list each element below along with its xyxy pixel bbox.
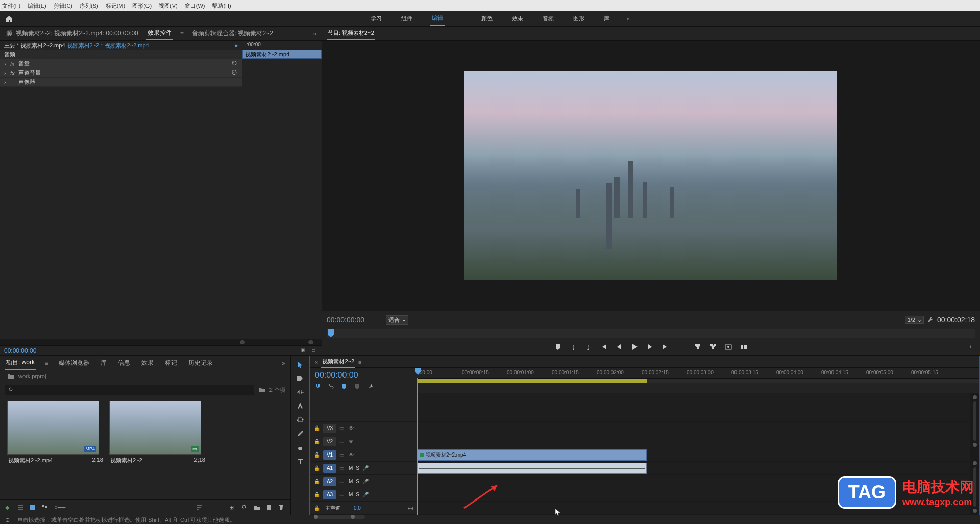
- tabs-overflow-icon[interactable]: »: [313, 30, 316, 37]
- timeline-ruler[interactable]: :00:00 00:00:00:15 00:00:01:00 00:00:01:…: [417, 368, 979, 379]
- home-icon[interactable]: [0, 11, 18, 27]
- lock-icon[interactable]: 🔒: [314, 492, 320, 498]
- track-header-a3[interactable]: 🔒 A3 ▭ M S 🎤: [310, 488, 417, 502]
- wrench-icon[interactable]: [927, 316, 934, 323]
- workspace-effects[interactable]: 效果: [510, 12, 525, 26]
- program-timecode-out[interactable]: 00:00:02:18: [937, 316, 975, 324]
- collapse-icon[interactable]: ▸◂: [408, 505, 413, 511]
- comparison-view-icon[interactable]: [740, 343, 748, 351]
- workspace-menu-icon[interactable]: ≡: [460, 16, 463, 22]
- tab-menu-icon[interactable]: ≡: [378, 31, 381, 37]
- voice-over-icon[interactable]: 🎤: [362, 492, 369, 498]
- expand-icon[interactable]: ›: [4, 79, 10, 85]
- list-view-icon[interactable]: [17, 504, 24, 511]
- fx-row-channel-volume[interactable]: › fx 声道音量: [0, 68, 242, 78]
- track-header-a1[interactable]: 🔒 A1 ▭ M S 🎤: [310, 462, 417, 475]
- clip-thumbnail[interactable]: MP4: [7, 401, 99, 455]
- track-label[interactable]: V1: [323, 450, 336, 460]
- bin-item[interactable]: ▭ 视频素材2~22;18: [109, 401, 206, 466]
- sequence-thumbnail[interactable]: ▭: [109, 401, 201, 455]
- program-ruler[interactable]: [327, 329, 975, 338]
- razor-tool-icon[interactable]: [296, 401, 305, 411]
- menu-edit[interactable]: 编辑(E): [28, 2, 46, 10]
- fx-row-panner[interactable]: › 声像器: [0, 78, 242, 87]
- fx-mini-clip[interactable]: 视频素材2~2.mp4: [242, 50, 322, 59]
- toggle-output-icon[interactable]: 👁: [349, 439, 355, 445]
- snap-icon[interactable]: [315, 383, 322, 390]
- solo-button[interactable]: S: [356, 465, 359, 471]
- video-clip[interactable]: 视频素材2~2.mp4: [417, 449, 647, 461]
- voice-over-icon[interactable]: 🎤: [362, 479, 369, 485]
- tab-effects-panel[interactable]: 效果: [140, 356, 155, 369]
- menu-clip[interactable]: 剪辑(C): [54, 2, 72, 10]
- playhead-line[interactable]: [417, 378, 418, 515]
- tab-libraries[interactable]: 库: [100, 356, 108, 369]
- mute-button[interactable]: M: [349, 492, 353, 497]
- tab-markers[interactable]: 标记: [164, 356, 178, 369]
- menu-graphics[interactable]: 图形(G): [132, 2, 152, 10]
- program-viewport[interactable]: [322, 41, 980, 311]
- type-tool-icon[interactable]: [296, 457, 305, 466]
- program-timecode-in[interactable]: 00:00:00:00: [327, 316, 383, 324]
- tab-media-browser[interactable]: 媒体浏览器: [58, 356, 90, 369]
- track-label[interactable]: A2: [323, 477, 336, 486]
- tab-menu-icon[interactable]: ≡: [180, 30, 184, 37]
- workspace-assembly[interactable]: 组件: [399, 12, 414, 26]
- lock-icon[interactable]: 🔒: [314, 465, 320, 471]
- track-header-v1[interactable]: 🔒 V1 ▭ 👁: [310, 448, 417, 462]
- menu-sequence[interactable]: 序列(S): [80, 2, 99, 10]
- track-header-v3[interactable]: 🔒 V3 ▭ 👁: [310, 422, 417, 435]
- workspace-library[interactable]: 库: [602, 12, 611, 26]
- extract-icon[interactable]: [709, 343, 717, 351]
- toggle-sync-icon[interactable]: ▭: [339, 479, 346, 485]
- lift-icon[interactable]: [694, 343, 702, 351]
- project-search-input[interactable]: [5, 385, 254, 395]
- add-marker-icon[interactable]: [554, 343, 562, 351]
- toggle-output-icon[interactable]: 👁: [349, 452, 355, 458]
- selection-tool-icon[interactable]: [296, 360, 305, 369]
- workspace-graphics[interactable]: 图形: [571, 12, 586, 26]
- fx-timecode[interactable]: 00:00:00:00: [4, 347, 36, 354]
- tabs-overflow-icon[interactable]: »: [282, 360, 285, 367]
- delete-icon[interactable]: [278, 504, 285, 511]
- solo-button[interactable]: S: [356, 479, 359, 484]
- lock-icon[interactable]: 🔒: [314, 452, 320, 458]
- track-row-v1[interactable]: 视频素材2~2.mp4: [417, 448, 970, 462]
- zoom-slider[interactable]: ○──: [54, 504, 61, 511]
- track-select-tool-icon[interactable]: [296, 374, 305, 383]
- sequence-tab[interactable]: 视频素材2~2: [321, 355, 355, 368]
- toggle-sync-icon[interactable]: ▭: [339, 492, 346, 498]
- fx-row-volume[interactable]: › fx 音量: [0, 59, 242, 68]
- toggle-output-icon[interactable]: 👁: [349, 425, 355, 432]
- workspace-edit[interactable]: 编辑: [430, 11, 445, 26]
- tab-history[interactable]: 历史记录: [187, 356, 214, 369]
- fx-master-header[interactable]: 主要 * 视频素材2~2.mp4 视频素材2~2 * 视频素材2~2.mp4 ▸: [0, 41, 242, 50]
- fx-scrollbar[interactable]: [0, 339, 322, 345]
- loop-icon[interactable]: [310, 347, 317, 354]
- slip-tool-icon[interactable]: [296, 415, 305, 424]
- new-item-icon[interactable]: [266, 504, 273, 511]
- track-header-a2[interactable]: 🔒 A2 ▭ M S 🎤: [310, 475, 417, 488]
- write-lock-icon[interactable]: ◆: [5, 504, 12, 511]
- tab-effect-controls[interactable]: 效果控件: [146, 27, 173, 40]
- project-bins[interactable]: MP4 视频素材2~2.mp42;18 ▭ 视频素材2~22;18: [0, 397, 290, 499]
- new-bin-icon[interactable]: [254, 504, 261, 511]
- play-icon[interactable]: [630, 343, 639, 351]
- hand-tool-icon[interactable]: [296, 443, 305, 452]
- track-label[interactable]: A1: [323, 464, 336, 473]
- track-header-v2[interactable]: 🔒 V2 ▭ 👁: [310, 435, 417, 448]
- fx-mini-timeline[interactable]: :00:00 视频素材2~2.mp4: [242, 41, 322, 339]
- workspace-learn[interactable]: 学习: [369, 12, 384, 26]
- expand-icon[interactable]: ›: [4, 70, 10, 76]
- timeline-timecode[interactable]: 00:00:00:00: [315, 371, 412, 380]
- tab-project[interactable]: 项目: work: [5, 356, 36, 370]
- pen-tool-icon[interactable]: [296, 429, 305, 438]
- step-forward-icon[interactable]: [646, 343, 654, 351]
- toggle-sync-icon[interactable]: ▭: [339, 465, 346, 471]
- toggle-sync-icon[interactable]: ▭: [339, 452, 346, 458]
- linked-selection-icon[interactable]: [328, 383, 335, 390]
- export-frame-icon[interactable]: [724, 343, 732, 351]
- tab-menu-icon[interactable]: ≡: [45, 360, 48, 367]
- tab-info[interactable]: 信息: [117, 356, 131, 369]
- fx-section-audio[interactable]: 音频: [0, 50, 242, 59]
